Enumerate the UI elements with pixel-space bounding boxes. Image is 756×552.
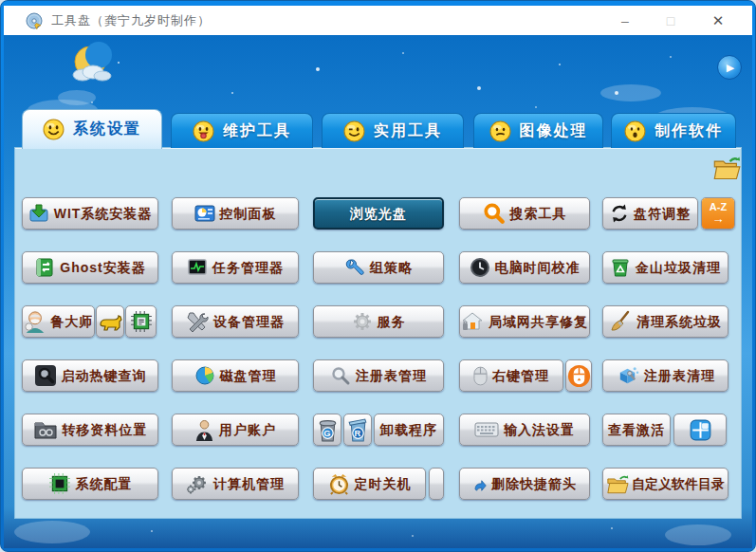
disk-management-button[interactable]: 磁盘管理 (172, 359, 299, 392)
registry-clean-button[interactable]: 注册表清理 (602, 359, 728, 392)
system-config-label: 系统配置 (76, 477, 133, 490)
tab-label: 实用工具 (374, 121, 442, 141)
computer-management-button[interactable]: 计算机管理 (172, 468, 299, 500)
drive-letter-adjust-button[interactable]: 盘符调整 (602, 197, 698, 230)
disk-management-label: 磁盘管理 (220, 369, 277, 382)
tab-practical-tools[interactable]: 实用工具 (322, 113, 464, 148)
context-menu-manager-button[interactable]: 右键管理 (459, 359, 563, 392)
task-manager-button[interactable]: 任务管理器 (172, 251, 299, 284)
custom-software-dir-button[interactable]: 自定义软件目录 (602, 468, 728, 500)
lan-share-fix-label: 局域网共享修复 (489, 315, 588, 328)
az-sort-button[interactable]: A-Z→ (701, 197, 735, 230)
svg-text:R: R (354, 429, 361, 438)
control-panel-icon (194, 203, 215, 224)
custom-software-dir-label: 自定义软件目录 (632, 477, 725, 490)
system-config-button[interactable]: 系统配置 (22, 468, 158, 500)
shutdown-timer-button[interactable]: 定时关机 (313, 468, 426, 500)
tab-image-processing[interactable]: 图像处理 (473, 113, 603, 148)
keyboard-icon (474, 421, 499, 438)
kingsoft-clean-button[interactable]: 金山垃圾清理 (602, 251, 728, 284)
ghost-installer-label: Ghost安装器 (60, 261, 145, 274)
minimize-button[interactable]: – (604, 6, 646, 35)
shutdown-timer-label: 定时关机 (355, 477, 412, 490)
window-title: 工具盘（龚宁九岁时制作） (51, 12, 211, 29)
uninstall-revo-button[interactable]: R (343, 414, 372, 446)
ghost-installer-button[interactable]: Ghost安装器 (22, 251, 158, 284)
cloud-decoration (600, 84, 661, 101)
user-accounts-button[interactable]: 用户账户 (172, 414, 299, 446)
trash-g-icon: G (318, 417, 338, 443)
app-disc-icon (26, 12, 43, 29)
house-plug-icon (461, 311, 484, 332)
close-button[interactable]: ✕ (697, 6, 739, 35)
maximize-button[interactable]: □ (650, 6, 691, 35)
chip-icon (130, 310, 153, 333)
control-panel-button[interactable]: 控制面板 (172, 197, 299, 230)
registry-clean-label: 注册表清理 (644, 369, 715, 382)
remove-shortcut-arrows-button[interactable]: 删除快捷箭头 (459, 468, 590, 500)
device-manager-label: 设备管理器 (213, 315, 285, 328)
view-activation-button[interactable]: 查看激活 (602, 414, 671, 446)
uninstall-programs-button[interactable]: 卸载程序 (374, 414, 444, 446)
mouse-icon (473, 366, 488, 386)
services-button[interactable]: 服务 (313, 305, 444, 338)
tab-maintenance-tools[interactable]: 维护工具 (171, 113, 313, 148)
cloud-decoration (665, 524, 731, 545)
kingsoft-clean-label: 金山垃圾清理 (636, 261, 721, 274)
businessman-icon (194, 419, 214, 441)
lan-share-fix-button[interactable]: 局域网共享修复 (459, 305, 590, 338)
svg-text:G: G (323, 429, 331, 438)
smiley-tongue-icon (193, 120, 214, 142)
tab-label: 制作软件 (655, 121, 723, 141)
stars-decoration (4, 35, 6, 37)
red-mouse-icon (567, 364, 591, 388)
gears-icon (186, 472, 209, 495)
device-manager-button[interactable]: 设备管理器 (172, 305, 299, 338)
context-menu-manager-label: 右键管理 (492, 369, 549, 382)
uninstall-geek-button[interactable]: G (313, 414, 341, 446)
view-activation-label: 查看激活 (608, 423, 665, 436)
clean-system-trash-button[interactable]: 清理系统垃圾 (602, 305, 728, 338)
tab-label: 系统设置 (73, 120, 141, 139)
recycle-bin-icon (610, 257, 631, 278)
blue-curved-arrow-icon (472, 477, 487, 491)
remove-shortcut-arrows-label: 删除快捷箭头 (491, 477, 577, 490)
time-calibration-button[interactable]: 电脑时间校准 (459, 251, 590, 284)
ime-settings-button[interactable]: 输入法设置 (459, 414, 590, 446)
search-icon (483, 202, 506, 225)
doctor-icon (24, 310, 46, 333)
green-chip-icon (48, 472, 71, 495)
ime-settings-label: 输入法设置 (504, 423, 575, 436)
blank-stub-button[interactable] (429, 468, 444, 500)
registry-management-button[interactable]: 注册表管理 (313, 359, 444, 392)
dog-tool-button[interactable] (96, 305, 124, 338)
hotkey-query-button[interactable]: 启动热键查询 (22, 359, 158, 392)
move-data-location-button[interactable]: 转移资料位置 (22, 414, 158, 446)
play-button[interactable]: ▶ (717, 55, 742, 80)
wit-installer-label: WIT系统安装器 (54, 207, 153, 220)
ludashi-label: 鲁大师 (51, 315, 94, 328)
smiley-surprised-icon (624, 120, 646, 142)
move-data-location-label: 转移资料位置 (63, 423, 148, 436)
recycle-arrows-icon (610, 204, 629, 223)
ghost-installer-icon (34, 257, 55, 278)
group-policy-button[interactable]: 组策略 (313, 251, 444, 284)
tab-software-making[interactable]: 制作软件 (611, 113, 736, 148)
group-policy-label: 组策略 (370, 261, 413, 274)
wit-installer-icon (28, 203, 49, 224)
uninstall-programs-label: 卸载程序 (380, 423, 437, 436)
titlebar: 工具盘（龚宁九岁时制作） – □ ✕ (4, 6, 752, 35)
search-tools-button[interactable]: 搜索工具 (459, 197, 590, 230)
app-window: ▶ 工具盘（龚宁九岁时制作） – □ ✕ 系统设置 维护工具 (0, 0, 756, 552)
rubik-cube-icon (688, 417, 713, 443)
tab-system-settings[interactable]: 系统设置 (22, 109, 162, 149)
broom-icon (609, 310, 632, 333)
wit-installer-button[interactable]: WIT系统安装器 (22, 197, 158, 230)
chip-tool-button[interactable] (125, 305, 157, 338)
open-folder-icon[interactable] (712, 156, 741, 180)
right-click-mouse-button[interactable] (565, 359, 592, 392)
az-sort-icon: A-Z→ (702, 198, 734, 229)
activation-cube-button[interactable] (673, 414, 727, 446)
browse-disc-button[interactable]: 浏览光盘 (313, 197, 444, 230)
ludashi-button[interactable]: 鲁大师 (22, 305, 95, 338)
